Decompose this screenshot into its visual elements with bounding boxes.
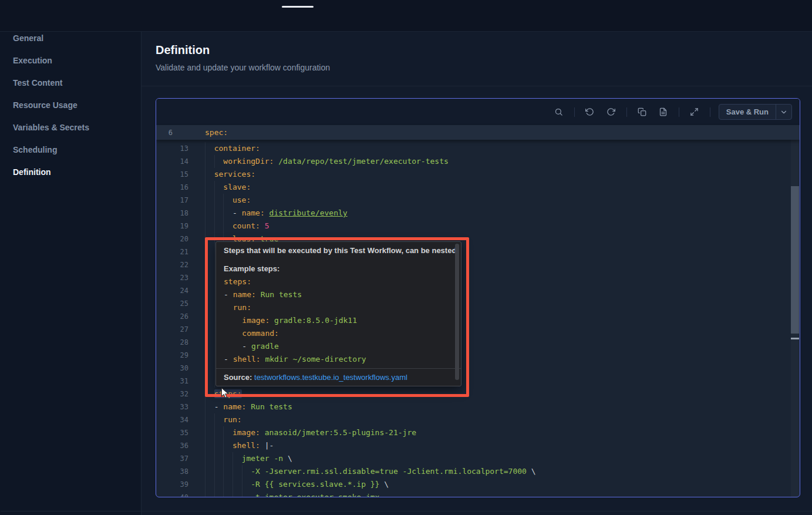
code-line[interactable]: 37jmeter -n \	[156, 452, 800, 465]
sidebar-item-definition[interactable]: Definition	[13, 167, 51, 177]
line-number[interactable]: 34	[156, 413, 188, 426]
line-number[interactable]: 22	[156, 258, 188, 271]
line-number[interactable]: 30	[156, 362, 188, 375]
toolbar-divider	[626, 107, 627, 117]
search-icon[interactable]	[551, 105, 567, 120]
line-number[interactable]: 35	[156, 426, 188, 439]
indent-guide	[205, 271, 205, 284]
active-tab-indicator	[282, 6, 314, 8]
indent-guide	[205, 297, 205, 310]
indent-guide	[214, 310, 215, 323]
settings-sidebar: GeneralExecutionTest ContentResource Usa…	[0, 32, 141, 515]
line-number[interactable]: 24	[156, 284, 188, 297]
hover-tooltip: Steps that will be executed by this Test…	[215, 241, 461, 386]
code-line[interactable]: 34run:	[156, 413, 800, 426]
chevron-down-icon[interactable]	[776, 108, 791, 116]
tooltip-code-line: run:	[224, 301, 251, 314]
line-number[interactable]: 15	[156, 168, 188, 181]
line-number[interactable]: 27	[156, 323, 188, 336]
line-number[interactable]: 18	[156, 207, 188, 220]
line-number[interactable]: 23	[156, 271, 188, 284]
line-number[interactable]: 13	[156, 142, 188, 155]
copy-icon[interactable]	[635, 105, 650, 120]
indent-guide	[214, 284, 215, 297]
sidebar-item-scheduling[interactable]: Scheduling	[13, 145, 57, 154]
line-number[interactable]: 19	[156, 220, 188, 233]
line-number[interactable]: 17	[156, 194, 188, 207]
code-line[interactable]: 19count: 5	[156, 220, 800, 233]
sticky-context-line[interactable]: 6spec:	[156, 125, 800, 140]
save-and-run-label: Save & Run	[719, 107, 776, 116]
line-number[interactable]: 14	[156, 155, 188, 168]
sidebar-item-test-content[interactable]: Test Content	[13, 78, 63, 87]
line-number[interactable]: 21	[156, 245, 188, 258]
yaml-link[interactable]: distribute/evenly	[269, 208, 348, 217]
code-line[interactable]: 33- name: Run tests	[156, 400, 800, 413]
tooltip-code-line: steps:	[224, 275, 251, 288]
indent-guide	[214, 362, 215, 375]
tooltip-source-row: Source: testworkflows.testkube.io_testwo…	[216, 368, 461, 386]
code-line[interactable]: 17use:	[156, 194, 800, 207]
line-number[interactable]: 38	[156, 465, 188, 478]
line-number[interactable]: 20	[156, 233, 188, 245]
indent-guide	[214, 323, 215, 336]
line-number[interactable]: 36	[156, 439, 188, 452]
editor-toolbar: Save & Run	[156, 99, 800, 125]
indent-guide	[205, 245, 205, 258]
code-line[interactable]: 14workingDir: /data/repo/test/jmeter/exe…	[156, 155, 800, 168]
code-line[interactable]: 38-X -Jserver.rmi.ssl.disable=true -Jcli…	[156, 465, 800, 478]
code-line[interactable]: 32steps:	[156, 388, 800, 400]
line-number[interactable]: 33	[156, 400, 188, 413]
code-line[interactable]: 13container:	[156, 142, 800, 155]
tooltip-scrollbar[interactable]	[455, 244, 459, 380]
code-line[interactable]: 35image: anasoid/jmeter:5.5-plugins-21-j…	[156, 426, 800, 439]
header-divider	[141, 86, 812, 86]
line-number[interactable]: 37	[156, 452, 188, 465]
indent-guide	[205, 310, 205, 323]
sidebar-item-general[interactable]: General	[13, 33, 43, 43]
code-line[interactable]: 36shell: |-	[156, 439, 800, 452]
redo-icon[interactable]	[604, 105, 619, 120]
code-line[interactable]: 16slave:	[156, 181, 800, 194]
page-subtitle: Validate and update your workflow config…	[156, 63, 330, 72]
sidebar-item-resource-usage[interactable]: Resource Usage	[13, 100, 78, 110]
line-number[interactable]: 6	[156, 129, 173, 137]
line-number[interactable]: 39	[156, 478, 188, 491]
sidebar-item-execution[interactable]: Execution	[13, 56, 52, 65]
code-line[interactable]: 40-t jmeter-executor-smoke.jmx	[156, 491, 800, 497]
top-bar	[0, 0, 812, 32]
code-line[interactable]: 18- name: distribute/evenly	[156, 207, 800, 220]
line-number[interactable]: 16	[156, 181, 188, 194]
fullscreen-icon[interactable]	[687, 105, 702, 120]
indent-guide	[205, 258, 205, 271]
save-and-run-button[interactable]: Save & Run	[719, 104, 792, 120]
tooltip-example-label: Example steps:	[224, 264, 279, 273]
code-line[interactable]: 15services:	[156, 168, 800, 181]
undo-icon[interactable]	[582, 105, 598, 120]
code-line[interactable]: 39-R {{ services.slave.*.ip }} \	[156, 478, 800, 491]
indent-guide	[205, 349, 205, 362]
indent-guide	[214, 245, 215, 258]
indent-guide	[214, 271, 215, 284]
tooltip-code-line: image: gradle:8.5.0-jdk11	[224, 314, 357, 327]
indent-guide	[214, 297, 215, 310]
indent-guide	[214, 336, 215, 349]
line-number[interactable]: 32	[156, 388, 188, 400]
toolbar-divider	[574, 107, 575, 117]
line-number[interactable]: 25	[156, 297, 188, 310]
indent-guide	[205, 362, 205, 375]
tooltip-code-line: - gradle	[224, 340, 279, 353]
sidebar-item-variables-secrets[interactable]: Variables & Secrets	[13, 123, 89, 132]
tooltip-code-line: - name: Run tests	[224, 288, 302, 301]
tooltip-code-line: command:	[224, 327, 279, 340]
line-number[interactable]: 28	[156, 336, 188, 349]
line-number[interactable]: 31	[156, 375, 188, 388]
line-number[interactable]: 40	[156, 491, 188, 497]
paste-icon[interactable]	[656, 105, 671, 120]
tooltip-description: Steps that will be executed by this Test…	[224, 246, 453, 255]
line-number[interactable]: 29	[156, 349, 188, 362]
indent-guide	[205, 375, 205, 388]
line-number[interactable]: 26	[156, 310, 188, 323]
indent-guide	[214, 375, 215, 388]
tooltip-source-link[interactable]: testworkflows.testkube.io_testworkflows.…	[254, 373, 407, 382]
